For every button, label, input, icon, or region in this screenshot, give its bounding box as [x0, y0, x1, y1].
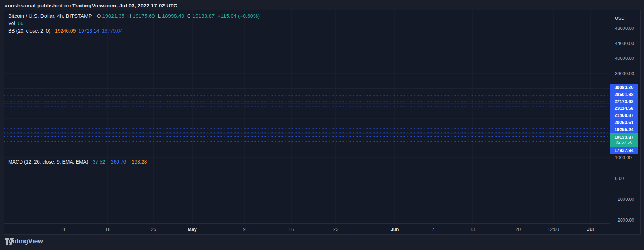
time-tick-jun: Jun [390, 227, 399, 232]
macd-signal-value: −298.28 [129, 159, 147, 165]
volume-legend-row[interactable]: Vol 66 [8, 20, 261, 27]
alert-price-label[interactable]: 19255.24 [610, 126, 638, 133]
price-value: 20253.61 [614, 120, 633, 125]
macd-label: MACD (12, 26, close, 9, EMA, EMA) [8, 159, 88, 165]
time-tick-11: 11 [61, 227, 66, 232]
volume-label: Vol [8, 21, 15, 26]
bb-lower-value: 18779.04 [102, 28, 123, 34]
volume-value: 66 [18, 21, 23, 26]
alert-price-label[interactable]: 20253.61 [610, 119, 638, 126]
high-value: 19175.69 [133, 13, 155, 19]
currency-label: USD [615, 16, 624, 21]
macd-tick--2000: −2000.00 [615, 217, 634, 223]
macd-hist-value: 37.52 [93, 159, 105, 165]
time-tick-20: 20 [516, 227, 521, 232]
price-value: 30093.26 [614, 85, 633, 90]
price-value: 17927.94 [614, 148, 633, 153]
time-tick-9: 9 [243, 227, 245, 232]
alert-price-label[interactable]: 27173.68 [610, 98, 638, 105]
last-price-label[interactable]: 19133.8702:57:50 [610, 133, 638, 147]
bb-label: BB (20, close, 2, 0) [8, 28, 50, 34]
symbol-legend-row[interactable]: Bitcoin / U.S. Dollar, 4h, BITSTAMP O190… [8, 13, 261, 19]
time-tick-23: 23 [333, 227, 338, 232]
price-value: 21460.87 [614, 113, 633, 118]
symbol-title: Bitcoin / U.S. Dollar, 4h, BITSTAMP [8, 13, 92, 19]
time-tick-18: 18 [105, 227, 110, 232]
main-legend[interactable]: Bitcoin / U.S. Dollar, 4h, BITSTAMP O190… [8, 13, 261, 35]
high-label: H [127, 13, 131, 19]
macd-pane[interactable] [4, 157, 610, 223]
tradingview-logo-icon [5, 238, 14, 245]
alert-price-label[interactable]: 30093.26 [610, 84, 638, 91]
tradingview-brand[interactable]: TradingView [5, 238, 43, 245]
price-tick-44000: 44000.00 [615, 40, 634, 46]
close-label: C [187, 13, 191, 19]
macd-tick-0: 0.00 [615, 176, 624, 181]
bb-upper-value: 19713.14 [78, 28, 99, 34]
low-value: 18998.49 [162, 13, 184, 19]
price-value: 19133.87 [614, 135, 633, 140]
price-tick-40000: 40000.00 [615, 56, 634, 61]
time-tick-1200: 12:00 [548, 227, 559, 232]
bb-basis-value: 19246.09 [55, 28, 76, 34]
alert-price-label[interactable]: 28601.88 [610, 91, 638, 98]
attribution-text: anushsamal published on TradingView.com,… [5, 2, 177, 8]
bb-legend-row[interactable]: BB (20, close, 2, 0) 19246.09 19713.14 1… [8, 28, 261, 34]
low-label: L [158, 13, 161, 19]
open-label: O [97, 13, 101, 19]
time-tick-may: May [188, 227, 196, 232]
macd-legend-row[interactable]: MACD (12, 26, close, 9, EMA, EMA) 37.52 … [8, 159, 148, 165]
time-axis[interactable]: 111825May91623Jun7132012:00Jul [4, 223, 610, 235]
price-value: 28601.88 [614, 92, 633, 97]
price-axis[interactable]: USD 48000.0044000.0040000.0036000.001000… [610, 10, 641, 235]
price-value: 27173.68 [614, 99, 633, 104]
macd-tick--1000: −1000.00 [615, 197, 634, 202]
macd-line-value: −260.76 [108, 159, 126, 165]
alert-price-label[interactable]: 21460.87 [610, 112, 638, 119]
time-tick-7: 7 [432, 227, 434, 232]
price-tick-48000: 48000.00 [615, 25, 634, 31]
macd-legend[interactable]: MACD (12, 26, close, 9, EMA, EMA) 37.52 … [8, 159, 148, 166]
time-tick-jul: Jul [587, 227, 594, 232]
close-value: 19133.87 [193, 13, 215, 19]
change-value: +115.04 (+0.60%) [217, 13, 260, 19]
time-tick-16: 16 [289, 227, 294, 232]
chart-widget: Bitcoin / U.S. Dollar, 4h, BITSTAMP O190… [4, 10, 641, 235]
macd-tick-1000: 1000.00 [615, 155, 632, 160]
alert-price-label[interactable]: 23114.58 [610, 105, 638, 112]
price-value: 19255.24 [614, 127, 633, 132]
time-tick-25: 25 [151, 227, 156, 232]
open-value: 19021.35 [102, 13, 124, 19]
bar-countdown: 02:57:50 [616, 140, 632, 145]
alert-price-label[interactable]: 17927.94 [610, 147, 638, 154]
price-tick-36000: 36000.00 [615, 71, 634, 76]
time-tick-13: 13 [470, 227, 475, 232]
price-value: 23114.58 [615, 106, 634, 111]
